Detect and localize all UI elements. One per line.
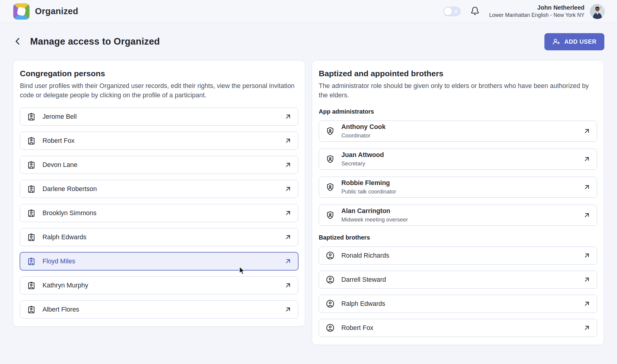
person-row[interactable]: Brooklyn Simmons: [20, 204, 298, 222]
person-name: Devon Lane: [42, 161, 77, 169]
administrator-name-block: Alan Carrington Midweek meeting overseer: [341, 207, 408, 223]
id-card-icon: [27, 112, 36, 121]
arrow-up-right-icon: [284, 161, 292, 169]
administrator-row[interactable]: Anthony Cook Coordinator: [319, 121, 597, 142]
person-row[interactable]: Ralph Edwards: [20, 228, 298, 246]
add-user-button[interactable]: ADD USER: [544, 33, 604, 50]
person-name: Robert Fox: [42, 137, 74, 145]
person-row[interactable]: Devon Lane: [20, 156, 298, 174]
administrator-name: Anthony Cook: [341, 123, 386, 131]
brother-row[interactable]: Ronald Richards: [319, 246, 597, 265]
user-circle-icon: [326, 275, 335, 284]
appointed-brothers-title: Baptized and appointed brothers: [319, 69, 597, 78]
arrow-up-right-icon: [284, 185, 292, 193]
congregation-persons-card: Congregation persons Bind user profiles …: [13, 60, 305, 327]
administrator-role: Midweek meeting overseer: [341, 216, 408, 223]
shield-user-icon: [326, 155, 335, 164]
congregation-persons-description: Bind user profiles with their Organized …: [20, 81, 298, 100]
user-name: John Netherleed: [489, 4, 584, 11]
avatar[interactable]: [590, 4, 605, 19]
person-row[interactable]: Jerome Bell: [20, 108, 298, 126]
arrow-up-right-icon: [583, 276, 591, 284]
congregation-person-list: Jerome Bell Robert Fox Devon Lane: [20, 108, 298, 318]
administrator-row[interactable]: Juan Attwood Secretary: [319, 149, 597, 170]
administrator-row[interactable]: Robbie Fleming Public talk coordinator: [319, 177, 597, 198]
administrator-name-block: Juan Attwood Secretary: [341, 151, 384, 167]
back-button[interactable]: [13, 37, 22, 47]
administrator-name-block: Anthony Cook Coordinator: [341, 123, 386, 139]
person-row[interactable]: Floyd Miles: [20, 252, 298, 270]
administrator-name-block: Robbie Fleming Public talk coordinator: [341, 179, 396, 195]
arrow-up-right-icon: [284, 113, 292, 121]
id-card-icon: [27, 184, 36, 193]
id-card-icon: [27, 257, 36, 266]
arrow-up-right-icon: [583, 211, 591, 219]
person-row[interactable]: Robert Fox: [20, 132, 298, 150]
person-row[interactable]: Albert Flores: [20, 300, 298, 318]
arrow-up-right-icon: [583, 300, 591, 308]
add-user-label: ADD USER: [564, 38, 597, 45]
arrow-up-right-icon: [284, 257, 292, 265]
id-card-icon: [27, 136, 36, 145]
notifications-button[interactable]: [470, 6, 480, 17]
app-administrators-label: App administrators: [319, 108, 597, 115]
administrator-name: Alan Carrington: [341, 207, 408, 215]
brother-row[interactable]: Darrell Steward: [319, 271, 597, 289]
person-name: Ralph Edwards: [42, 234, 86, 241]
arrow-up-right-icon: [583, 155, 591, 163]
brother-name: Robert Fox: [341, 324, 373, 332]
page-title: Manage access to Organized: [30, 36, 160, 47]
id-card-icon: [27, 305, 36, 314]
app-root: Organized: [0, 0, 617, 364]
shield-user-icon: [326, 211, 335, 220]
bell-icon: [470, 6, 480, 17]
theme-toggle[interactable]: [443, 7, 461, 16]
arrow-up-right-icon: [284, 137, 292, 145]
header-actions: John Netherleed Lower Manhattan English …: [443, 4, 605, 19]
user-circle-icon: [326, 323, 335, 332]
arrow-up-right-icon: [284, 233, 292, 241]
administrator-row[interactable]: Alan Carrington Midweek meeting overseer: [319, 205, 597, 226]
baptized-brothers-label: Baptized brothers: [319, 234, 597, 241]
person-row[interactable]: Darlene Robertson: [20, 180, 298, 198]
id-card-icon: [27, 160, 36, 169]
user-plus-icon: [552, 38, 560, 46]
brother-row[interactable]: Ralph Edwards: [319, 295, 597, 313]
app-name: Organized: [35, 6, 78, 16]
person-row[interactable]: Kathryn Murphy: [20, 276, 298, 294]
user-congregation: Lower Manhattan English - New York NY: [489, 12, 584, 19]
toggle-knob: [444, 8, 452, 15]
person-name: Jerome Bell: [42, 113, 77, 121]
app-brand[interactable]: Organized: [13, 3, 78, 20]
brother-name: Ralph Edwards: [341, 300, 385, 308]
person-name: Floyd Miles: [42, 258, 75, 265]
top-bar: Organized: [0, 0, 617, 23]
user-circle-icon: [326, 251, 335, 260]
administrator-role: Secretary: [341, 160, 384, 167]
arrow-up-right-icon: [583, 183, 591, 191]
appointed-brothers-card: Baptized and appointed brothers The admi…: [312, 60, 604, 345]
sun-icon: [454, 9, 459, 15]
brother-row[interactable]: Robert Fox: [319, 319, 597, 337]
arrow-up-right-icon: [284, 209, 292, 217]
content: Congregation persons Bind user profiles …: [0, 60, 617, 345]
arrow-up-right-icon: [583, 252, 591, 259]
id-card-icon: [27, 209, 36, 218]
user-circle-icon: [326, 299, 335, 308]
app-logo-icon: [13, 3, 30, 20]
shield-user-icon: [326, 183, 335, 192]
administrator-role: Coordinator: [341, 132, 386, 139]
person-name: Albert Flores: [42, 306, 79, 313]
person-name: Brooklyn Simmons: [42, 209, 96, 217]
chevron-left-icon: [13, 37, 22, 47]
baptized-brothers-list: Ronald Richards Darrell Steward Ralph Ed…: [319, 246, 597, 337]
brother-name: Ronald Richards: [341, 252, 389, 259]
page-header: Manage access to Organized ADD USER: [0, 23, 617, 60]
app-administrators-list: Anthony Cook Coordinator Juan Attwood Se…: [319, 121, 597, 226]
administrator-name: Robbie Fleming: [341, 179, 396, 187]
arrow-up-right-icon: [284, 281, 292, 289]
arrow-up-right-icon: [583, 127, 591, 135]
id-card-icon: [27, 233, 36, 242]
brother-name: Darrell Steward: [341, 276, 386, 284]
shield-user-icon: [326, 127, 335, 136]
